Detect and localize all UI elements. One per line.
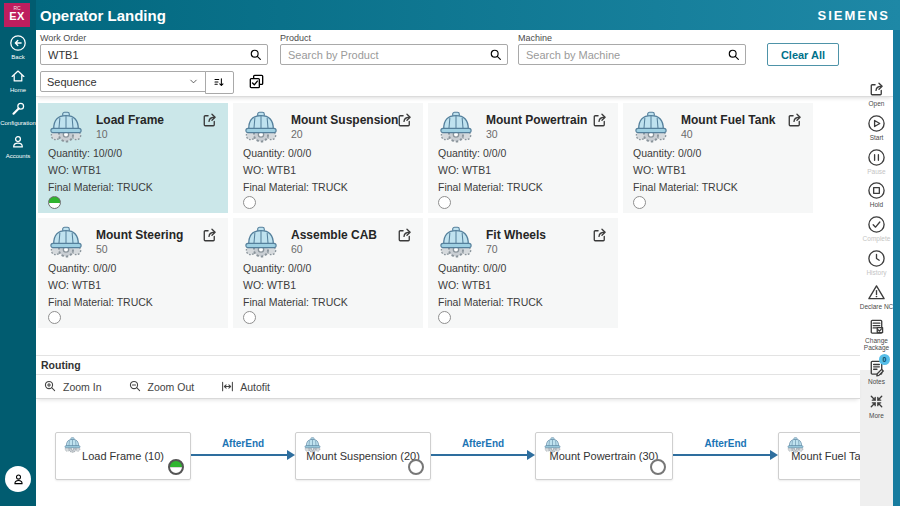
card-title: Mount Suspension (291, 113, 398, 127)
action-label: Open (869, 100, 885, 108)
open-operation-icon[interactable] (785, 111, 804, 130)
operation-helmet-icon (47, 224, 85, 258)
action-change-package[interactable]: Change Package (862, 317, 892, 353)
work-order-field-wrap (40, 44, 268, 65)
progress-indicator (633, 196, 646, 209)
zoom-in-icon (43, 379, 58, 394)
product-input[interactable] (280, 44, 508, 65)
tool-label: Zoom In (63, 381, 102, 393)
card-step: 70 (486, 243, 498, 255)
progress-indicator (48, 311, 61, 324)
routing-toolbar: Zoom In Zoom Out Autofit (36, 375, 860, 399)
card-step: 50 (96, 243, 108, 255)
progress-indicator (438, 311, 451, 324)
operation-card-mount-fuel-tank[interactable]: Mount Fuel Tank 40 Quantity: 0/0/0 WO: W… (623, 103, 813, 213)
routing-node-mount-powertrain[interactable]: Mount Powertrain (30) (535, 432, 673, 480)
operation-helmet-icon (242, 109, 280, 143)
action-pause: Pause (867, 148, 886, 176)
action-hold[interactable]: Hold (867, 181, 886, 209)
card-work-order: WO: WTB1 (48, 164, 101, 176)
routing-canvas[interactable]: Load Frame (10) AfterEnd Mount Suspensio… (36, 399, 860, 506)
action-label: Hold (870, 201, 883, 209)
operation-helmet-icon (242, 224, 280, 258)
person-icon (9, 133, 27, 151)
sidebar-item-label: Back (11, 54, 24, 60)
edge-label: AfterEnd (191, 438, 295, 449)
card-quantity: Quantity: 0/0/0 (438, 147, 506, 159)
routing-node-mount-fuel-tank[interactable]: Mount Fuel Tank (40) (778, 432, 860, 480)
open-operation-icon[interactable] (200, 226, 219, 245)
card-work-order: WO: WTB1 (243, 279, 296, 291)
card-title: Mount Steering (96, 228, 183, 242)
edge-label: AfterEnd (431, 438, 535, 449)
node-progress-indicator (408, 459, 424, 475)
zoom-out-button[interactable]: Zoom Out (128, 379, 195, 394)
sort-ascending-icon (212, 75, 227, 90)
operation-card-fit-wheels[interactable]: Fit Wheels 70 Quantity: 0/0/0 WO: WTB1 F… (428, 218, 618, 328)
zoom-in-button[interactable]: Zoom In (43, 379, 102, 394)
operation-helmet-icon (632, 109, 670, 143)
operation-card-assemble-cab[interactable]: Assemble CAB 60 Quantity: 0/0/0 WO: WTB1… (233, 218, 423, 328)
action-declare-nc[interactable]: Declare NC (860, 283, 894, 311)
card-final-material: Final Material: TRUCK (243, 296, 348, 308)
left-sidebar: RC EX Back Home Configuration Accounts (0, 0, 36, 506)
operation-card-mount-steering[interactable]: Mount Steering 50 Quantity: 0/0/0 WO: WT… (38, 218, 228, 328)
app-logo[interactable]: RC EX (4, 3, 30, 27)
sidebar-item-accounts[interactable]: Accounts (0, 133, 36, 159)
sidebar-item-label: Accounts (6, 153, 31, 159)
search-icon[interactable] (727, 48, 740, 61)
sidebar-item-configuration[interactable]: Configuration (0, 100, 36, 126)
action-open[interactable]: Open (867, 80, 886, 108)
sort-direction-button[interactable] (205, 71, 234, 94)
autofit-button[interactable]: Autofit (220, 379, 270, 394)
open-operation-icon[interactable] (590, 226, 609, 245)
card-step: 60 (291, 243, 303, 255)
open-operation-icon[interactable] (395, 226, 414, 245)
card-step: 30 (486, 128, 498, 140)
operation-helmet-icon (437, 109, 475, 143)
progress-indicator (243, 311, 256, 324)
operation-card-load-frame[interactable]: Load Frame 10 Quantity: 10/0/0 WO: WTB1 … (38, 103, 228, 213)
routing-node-load-frame[interactable]: Load Frame (10) (55, 432, 191, 480)
open-operation-icon[interactable] (590, 111, 609, 130)
sort-field-value: Sequence (47, 76, 97, 88)
edge-arrow (431, 454, 528, 456)
search-icon[interactable] (249, 48, 262, 61)
start-icon (867, 114, 886, 133)
sidebar-item-back[interactable]: Back (0, 34, 36, 60)
product-label: Product (280, 33, 311, 43)
card-title: Mount Fuel Tank (681, 113, 775, 127)
card-quantity: Quantity: 0/0/0 (438, 262, 506, 274)
notes-badge: 0 (879, 354, 890, 365)
product-field-wrap (280, 44, 508, 65)
operation-card-mount-powertrain[interactable]: Mount Powertrain 30 Quantity: 0/0/0 WO: … (428, 103, 618, 213)
operation-helmet-icon (47, 109, 85, 143)
card-quantity: Quantity: 0/0/0 (243, 262, 311, 274)
open-operation-icon[interactable] (200, 111, 219, 130)
operation-card-mount-suspension[interactable]: Mount Suspension 20 Quantity: 0/0/0 WO: … (233, 103, 423, 213)
action-notes[interactable]: 0 Notes (867, 358, 886, 386)
app-logo-text: EX (4, 11, 30, 22)
card-title: Mount Powertrain (486, 113, 587, 127)
user-avatar[interactable] (5, 466, 31, 492)
multi-select-button[interactable] (244, 70, 268, 93)
action-start[interactable]: Start (867, 114, 886, 142)
card-quantity: Quantity: 0/0/0 (48, 262, 116, 274)
work-order-input[interactable] (40, 44, 268, 65)
machine-input[interactable] (518, 44, 746, 65)
routing-edge: AfterEnd (673, 438, 778, 468)
sidebar-item-label: Home (10, 87, 26, 93)
card-work-order: WO: WTB1 (48, 279, 101, 291)
card-work-order: WO: WTB1 (633, 164, 686, 176)
sort-field-dropdown[interactable]: Sequence (40, 71, 206, 92)
clear-all-button[interactable]: Clear All (767, 43, 839, 66)
search-icon[interactable] (489, 48, 502, 61)
action-more[interactable]: More (867, 392, 886, 420)
action-label: Declare NC (860, 303, 894, 311)
card-final-material: Final Material: TRUCK (48, 181, 153, 193)
routing-node-mount-suspension[interactable]: Mount Suspension (20) (295, 432, 431, 480)
open-operation-icon[interactable] (395, 111, 414, 130)
sidebar-item-home[interactable]: Home (0, 67, 36, 93)
machine-field-wrap (518, 44, 746, 65)
card-quantity: Quantity: 10/0/0 (48, 147, 122, 159)
